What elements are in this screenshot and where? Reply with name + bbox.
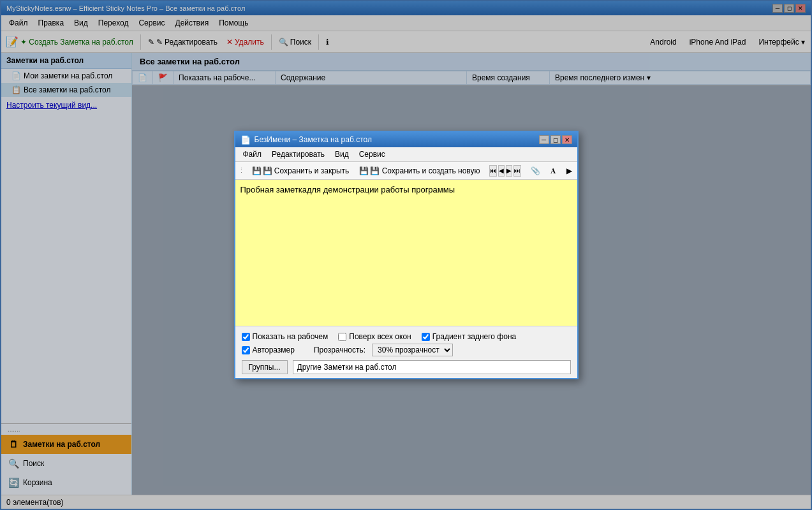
- note-options-row2: Авторазмер Прозрачность: 30% прозрачност: [242, 344, 571, 356]
- scroll-right-button[interactable]: ▶: [562, 164, 577, 177]
- note-dialog-title-text: БезИмени – Заметка на раб.стол: [255, 135, 372, 144]
- note-options: Показать на рабочем Поверх всех окон Гра…: [235, 328, 577, 378]
- note-content-textarea[interactable]: Пробная заметкадля демонстрации работы п…: [235, 180, 577, 326]
- on-top-label[interactable]: Поверх всех окон: [338, 332, 411, 341]
- gradient-label[interactable]: Градиент заднего фона: [422, 332, 516, 341]
- note-dialog-title-left: 📄 БезИмени – Заметка на раб.стол: [240, 135, 372, 145]
- note-options-row1: Показать на рабочем Поверх всех окон Гра…: [242, 332, 571, 341]
- transparency-select[interactable]: 30% прозрачност: [372, 344, 453, 356]
- note-menu-view[interactable]: Вид: [330, 149, 354, 160]
- toolbar-grip: ⋮: [238, 166, 245, 175]
- save-close-icon: 💾: [252, 166, 262, 175]
- show-on-desktop-label[interactable]: Показать на рабочем: [242, 332, 328, 341]
- note-groups-row: Группы...: [242, 360, 571, 374]
- groups-button[interactable]: Группы...: [242, 360, 288, 374]
- nav-prev-button[interactable]: ◀: [498, 165, 505, 177]
- note-dialog-title-bar: 📄 БезИмени – Заметка на раб.стол ─ ◻ ✕: [235, 132, 577, 147]
- note-menu-service[interactable]: Сервис: [354, 149, 390, 160]
- font-button[interactable]: 𝐀: [546, 164, 561, 177]
- nav-first-button[interactable]: ⏮: [489, 165, 497, 177]
- note-dialog: 📄 БезИмени – Заметка на раб.стол ─ ◻ ✕ Ф…: [234, 131, 579, 379]
- font-icon: 𝐀: [550, 166, 556, 175]
- modal-overlay: 📄 БезИмени – Заметка на раб.стол ─ ◻ ✕ Ф…: [0, 0, 812, 510]
- note-dialog-menu: Файл Редактировать Вид Сервис: [235, 147, 577, 162]
- nav-last-button[interactable]: ⏭: [513, 165, 521, 177]
- note-close-button[interactable]: ✕: [562, 135, 572, 144]
- note-restore-button[interactable]: ◻: [550, 135, 561, 144]
- note-dialog-controls[interactable]: ─ ◻ ✕: [539, 135, 572, 144]
- attach-button[interactable]: 📎: [526, 164, 545, 177]
- note-menu-file[interactable]: Файл: [238, 149, 267, 160]
- note-dialog-icon: 📄: [240, 135, 251, 145]
- note-menu-edit[interactable]: Редактировать: [267, 149, 330, 160]
- on-top-checkbox[interactable]: [338, 333, 346, 341]
- note-dialog-toolbar: ⋮ 💾 💾 Сохранить и закрыть 💾 💾 Сохранить …: [235, 162, 577, 180]
- attach-icon: 📎: [531, 166, 540, 175]
- save-new-button[interactable]: 💾 💾 Сохранить и создать новую: [355, 164, 484, 177]
- groups-field[interactable]: [293, 360, 571, 374]
- autosize-checkbox[interactable]: [242, 346, 250, 354]
- show-on-desktop-checkbox[interactable]: [242, 333, 250, 341]
- autosize-label[interactable]: Авторазмер: [242, 346, 295, 354]
- nav-next-button[interactable]: ▶: [506, 165, 512, 177]
- note-minimize-button[interactable]: ─: [539, 135, 549, 144]
- save-close-button[interactable]: 💾 💾 Сохранить и закрыть: [247, 164, 354, 177]
- gradient-checkbox[interactable]: [422, 333, 430, 341]
- note-textarea-wrapper: Пробная заметкадля демонстрации работы п…: [235, 180, 577, 328]
- save-new-icon: 💾: [359, 166, 369, 175]
